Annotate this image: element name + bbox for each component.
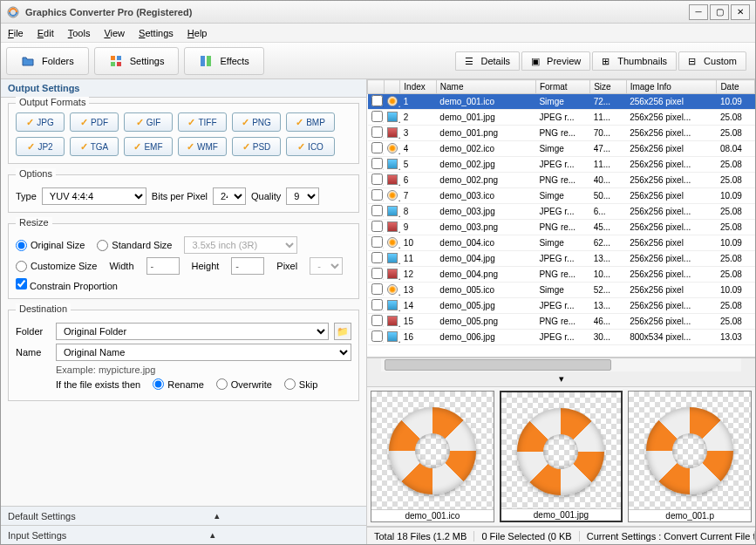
row-checkbox[interactable] bbox=[371, 111, 383, 122]
file-list[interactable]: Index Name Format Size Image Info Date 1… bbox=[367, 79, 755, 358]
customize-size-radio[interactable]: Customize Size bbox=[16, 261, 97, 272]
preview-slider[interactable]: ▾ bbox=[367, 371, 755, 387]
table-row[interactable]: 15demo_005.pngPNG re...46...256x256 pixe… bbox=[368, 314, 755, 330]
preview-item[interactable]: demo_001.jpg bbox=[500, 391, 623, 522]
format-ico-button[interactable]: ✓ICO bbox=[286, 137, 335, 156]
menu-file[interactable]: File bbox=[8, 28, 24, 38]
row-checkbox[interactable] bbox=[371, 252, 383, 263]
format-pdf-button[interactable]: ✓PDF bbox=[70, 112, 119, 132]
format-bmp-button[interactable]: ✓BMP bbox=[286, 112, 335, 132]
filetype-icon bbox=[387, 237, 398, 248]
height-input[interactable] bbox=[231, 257, 264, 275]
table-row[interactable]: 13demo_005.icoSimge52...256x256 pixel10.… bbox=[368, 283, 755, 298]
col-imageinfo[interactable]: Image Info bbox=[626, 80, 717, 94]
close-button[interactable]: ✕ bbox=[731, 4, 750, 20]
row-checkbox[interactable] bbox=[371, 315, 383, 326]
row-checkbox[interactable] bbox=[371, 330, 383, 342]
effects-button[interactable]: Effects bbox=[184, 47, 263, 75]
format-tiff-button[interactable]: ✓TIFF bbox=[178, 112, 227, 132]
tab-custom[interactable]: ⊟Custom bbox=[678, 51, 746, 71]
col-checkbox[interactable] bbox=[368, 80, 385, 94]
table-row[interactable]: 2demo_001.jpgJPEG r...11...256x256 pixel… bbox=[368, 110, 755, 126]
table-row[interactable]: 1demo_001.icoSimge72...256x256 pixel10.0… bbox=[368, 94, 755, 110]
tab-preview[interactable]: ▣Preview bbox=[521, 51, 590, 71]
row-checkbox[interactable] bbox=[371, 189, 383, 201]
format-jp2-button[interactable]: ✓JP2 bbox=[16, 137, 65, 156]
filetype-icon bbox=[387, 269, 398, 279]
table-row[interactable]: 9demo_003.pngPNG re...45...256x256 pixel… bbox=[368, 220, 755, 235]
input-settings-bar[interactable]: Input Settings▴ bbox=[1, 525, 366, 544]
check-icon: ✓ bbox=[27, 141, 35, 153]
standard-size-radio[interactable]: Standard Size bbox=[97, 240, 172, 251]
table-row[interactable]: 11demo_004.jpgJPEG r...13...256x256 pixe… bbox=[368, 251, 755, 267]
maximize-button[interactable]: ▢ bbox=[710, 4, 729, 20]
col-index[interactable]: Index bbox=[400, 80, 436, 94]
standard-size-select[interactable]: 3.5x5 inch (3R) bbox=[184, 236, 297, 254]
row-checkbox[interactable] bbox=[371, 299, 383, 310]
bpp-select[interactable]: 24 bbox=[213, 187, 246, 205]
table-row[interactable]: 4demo_002.icoSimge47...256x256 pixel08.0… bbox=[368, 141, 755, 157]
default-settings-bar[interactable]: Default Settings▴ bbox=[1, 506, 366, 525]
format-gif-button[interactable]: ✓GIF bbox=[124, 112, 173, 132]
row-checkbox[interactable] bbox=[371, 95, 383, 106]
type-select[interactable]: YUV 4:4:4 bbox=[42, 187, 146, 205]
format-emf-button[interactable]: ✓EMF bbox=[124, 137, 173, 156]
table-row[interactable]: 5demo_002.jpgJPEG r...11...256x256 pixel… bbox=[368, 157, 755, 173]
settings-button[interactable]: Settings bbox=[94, 47, 180, 75]
row-checkbox[interactable] bbox=[371, 126, 383, 138]
rename-radio[interactable]: Rename bbox=[153, 378, 204, 390]
menu-view[interactable]: View bbox=[104, 28, 125, 38]
folder-select[interactable]: Original Folder bbox=[56, 323, 329, 340]
menu-help[interactable]: Help bbox=[187, 28, 208, 38]
table-row[interactable]: 3demo_001.pngPNG re...70...256x256 pixel… bbox=[368, 126, 755, 141]
quality-select[interactable]: 9 bbox=[286, 187, 319, 205]
table-row[interactable]: 6demo_002.pngPNG re...40...256x256 pixel… bbox=[368, 173, 755, 188]
table-row[interactable]: 10demo_004.icoSimge62...256x256 pixel10.… bbox=[368, 235, 755, 251]
tab-thumbnails[interactable]: ⊞Thumbnails bbox=[592, 51, 677, 71]
preview-item[interactable]: demo_001.p bbox=[628, 391, 752, 522]
name-select[interactable]: Original Name bbox=[56, 344, 351, 361]
row-checkbox[interactable] bbox=[371, 174, 383, 185]
table-row[interactable]: 14demo_005.jpgJPEG r...13...256x256 pixe… bbox=[368, 298, 755, 314]
original-size-radio[interactable]: Original Size bbox=[16, 240, 85, 251]
constrain-checkbox[interactable]: Constrain Proportion bbox=[16, 281, 118, 291]
format-png-button[interactable]: ✓PNG bbox=[232, 112, 281, 132]
table-row[interactable]: 8demo_003.jpgJPEG r...6...256x256 pixel.… bbox=[368, 204, 755, 220]
menu-tools[interactable]: Tools bbox=[68, 28, 91, 38]
tab-details[interactable]: ☰Details bbox=[455, 51, 520, 71]
col-size[interactable]: Size bbox=[590, 80, 626, 94]
unit-select[interactable]: - bbox=[310, 257, 343, 275]
filetype-icon bbox=[387, 316, 398, 326]
row-checkbox[interactable] bbox=[371, 283, 383, 295]
format-jpg-button[interactable]: ✓JPG bbox=[16, 112, 65, 132]
row-checkbox[interactable] bbox=[371, 142, 383, 153]
menu-settings[interactable]: Settings bbox=[139, 28, 174, 38]
filetype-icon bbox=[387, 300, 398, 310]
folders-button[interactable]: Folders bbox=[6, 47, 89, 75]
row-checkbox[interactable] bbox=[371, 221, 383, 232]
col-date[interactable]: Date bbox=[717, 80, 755, 94]
col-format[interactable]: Format bbox=[535, 80, 589, 94]
thumbnails-icon: ⊞ bbox=[602, 56, 612, 66]
preview-item[interactable]: demo_001.ico bbox=[371, 391, 494, 522]
filetype-icon bbox=[387, 284, 398, 295]
horizontal-scrollbar[interactable] bbox=[367, 358, 755, 371]
width-input[interactable] bbox=[146, 257, 180, 275]
col-name[interactable]: Name bbox=[436, 80, 535, 94]
format-wmf-button[interactable]: ✓WMF bbox=[178, 137, 227, 156]
table-row[interactable]: 16demo_006.jpgJPEG r...30...800x534 pixe… bbox=[368, 330, 755, 345]
minimize-button[interactable]: ─ bbox=[689, 4, 708, 20]
format-tga-button[interactable]: ✓TGA bbox=[70, 137, 119, 156]
table-row[interactable]: 7demo_003.icoSimge50...256x256 pixel10.0… bbox=[368, 188, 755, 204]
browse-folder-button[interactable]: 📁 bbox=[334, 323, 351, 340]
row-checkbox[interactable] bbox=[371, 205, 383, 216]
skip-radio[interactable]: Skip bbox=[284, 378, 317, 390]
table-row[interactable]: 12demo_004.pngPNG re...10...256x256 pixe… bbox=[368, 267, 755, 283]
format-psd-button[interactable]: ✓PSD bbox=[232, 137, 281, 156]
folder-icon bbox=[21, 54, 35, 68]
menu-edit[interactable]: Edit bbox=[37, 28, 54, 38]
row-checkbox[interactable] bbox=[371, 268, 383, 279]
row-checkbox[interactable] bbox=[371, 236, 383, 248]
row-checkbox[interactable] bbox=[371, 158, 383, 169]
overwrite-radio[interactable]: Overwrite bbox=[216, 378, 272, 390]
